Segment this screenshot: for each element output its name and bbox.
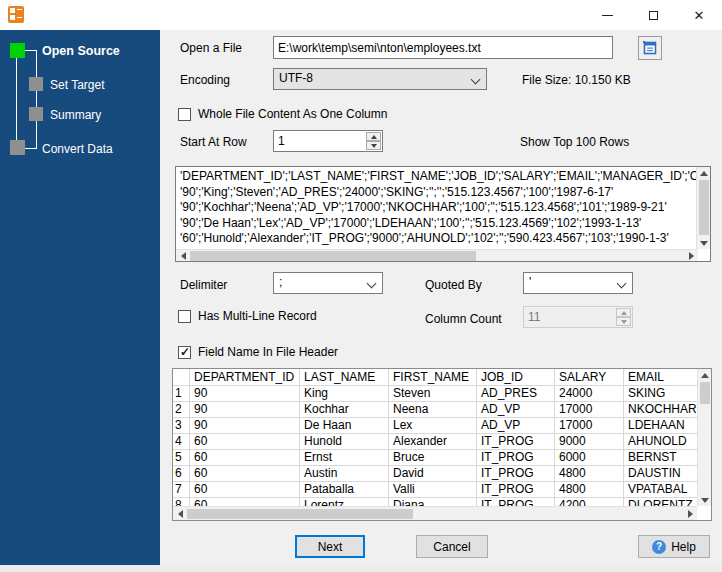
table-row[interactable]: 660AustinDavidIT_PROG4800DAUSTIN <box>173 466 697 482</box>
scroll-right-button[interactable] <box>684 250 698 262</box>
browse-button[interactable] <box>638 36 662 60</box>
row-number: 7 <box>173 482 190 498</box>
column-count-label: Column Count <box>425 312 502 326</box>
table-cell: NKOCHHAR <box>624 402 697 418</box>
scroll-up-button[interactable] <box>698 369 712 381</box>
column-header[interactable]: SALARY <box>555 369 624 386</box>
minimize-icon <box>602 15 613 16</box>
file-preview-box[interactable]: 'DEPARTMENT_ID';'LAST_NAME';'FIRST_NAME'… <box>175 166 711 262</box>
table-cell: De Haan <box>300 418 389 434</box>
close-button[interactable]: ✕ <box>676 0 722 30</box>
encoding-select[interactable]: UTF-8 <box>273 68 487 90</box>
maximize-button[interactable] <box>630 0 676 30</box>
connector-line <box>25 50 37 51</box>
preview-horizontal-scrollbar[interactable] <box>176 249 698 261</box>
scroll-up-button[interactable] <box>697 167 711 179</box>
column-header[interactable]: FIRST_NAME <box>389 369 477 386</box>
field-name-header-checkbox[interactable]: Field Name In File Header <box>178 345 338 359</box>
open-file-input[interactable] <box>273 36 613 59</box>
multi-line-label: Has Multi-Line Record <box>198 309 317 323</box>
table-row[interactable]: 460HunoldAlexanderIT_PROG9000AHUNOLD <box>173 434 697 450</box>
start-at-row-input[interactable] <box>274 131 366 151</box>
preview-line: '90';'Kochhar';'Neena';'AD_VP';'17000';'… <box>180 200 696 216</box>
file-preview-text[interactable]: 'DEPARTMENT_ID';'LAST_NAME';'FIRST_NAME'… <box>176 167 696 249</box>
table-vertical-scrollbar[interactable] <box>697 369 711 506</box>
table-cell: Alexander <box>389 434 477 450</box>
table-row[interactable]: 290KochharNeenaAD_VP17000NKOCHHAR <box>173 402 697 418</box>
table-cell: IT_PROG <box>477 482 555 498</box>
encoding-value: UTF-8 <box>279 71 313 85</box>
spinner-down-button[interactable] <box>366 141 381 150</box>
help-button[interactable]: ? Help <box>638 535 710 558</box>
spinner-up-button[interactable] <box>366 132 381 141</box>
cancel-button[interactable]: Cancel <box>416 535 488 558</box>
table-cell: SKING <box>624 386 697 402</box>
checkbox-icon[interactable] <box>178 108 191 121</box>
minimize-button[interactable] <box>584 0 630 30</box>
main-panel: Open a File Encoding UTF-8 File Size: 10… <box>160 30 722 565</box>
table-row[interactable]: 190KingStevenAD_PRES24000SKING <box>173 386 697 402</box>
checkbox-icon[interactable] <box>178 346 191 359</box>
table-cell: 90 <box>190 386 300 402</box>
next-button[interactable]: Next <box>295 535 365 558</box>
table-cell: 60 <box>190 434 300 450</box>
sidebar-step-set-target: Set Target <box>50 78 104 92</box>
scroll-left-button[interactable] <box>176 250 190 262</box>
maximize-icon <box>649 11 658 20</box>
table-cell: VPATABAL <box>624 482 697 498</box>
table-row[interactable]: 860LorentzDianaIT_PROG4200DLORENTZ <box>173 498 697 506</box>
multi-line-checkbox[interactable]: Has Multi-Line Record <box>178 309 317 323</box>
preview-line: '60';'Hunold';'Alexander';'IT_PROG';'900… <box>180 231 696 247</box>
table-cell: 60 <box>190 450 300 466</box>
table-row[interactable]: 760PataballaValliIT_PROG4800VPATABAL <box>173 482 697 498</box>
scrollbar-thumb[interactable] <box>187 509 413 519</box>
table-horizontal-scrollbar[interactable] <box>173 506 697 520</box>
delimiter-select[interactable]: ; <box>273 272 383 294</box>
scroll-right-button[interactable] <box>683 508 697 520</box>
scroll-left-button[interactable] <box>173 508 187 520</box>
title-bar[interactable]: ✕ <box>0 0 722 30</box>
scrollbar-thumb[interactable] <box>700 382 710 404</box>
checkbox-icon[interactable] <box>178 310 191 323</box>
app-icon <box>8 6 24 23</box>
delimiter-label: Delimiter <box>180 278 227 292</box>
browse-file-icon <box>642 40 658 56</box>
table-cell: Lex <box>389 418 477 434</box>
table-row[interactable]: 390De HaanLexAD_VP17000LDEHAAN <box>173 418 697 434</box>
step-marker-set-target <box>29 77 43 91</box>
preview-vertical-scrollbar[interactable] <box>696 167 710 249</box>
column-count-input <box>524 307 616 327</box>
column-header[interactable]: DEPARTMENT_ID <box>190 369 300 386</box>
column-header[interactable]: JOB_ID <box>477 369 555 386</box>
table-cell: 60 <box>190 498 300 506</box>
table-cell: 4800 <box>555 466 624 482</box>
table-cell: 17000 <box>555 418 624 434</box>
scroll-down-button[interactable] <box>698 494 712 506</box>
table-cell: Pataballa <box>300 482 389 498</box>
connector-line <box>36 51 37 149</box>
table-cell: 6000 <box>555 450 624 466</box>
scrollbar-thumb[interactable] <box>699 180 709 235</box>
quoted-by-select[interactable]: ' <box>523 272 633 294</box>
spinner-up-button <box>616 308 631 317</box>
wizard-window: ✕ Open Source Set Target Summary Convert… <box>0 0 722 572</box>
scrollbar-thumb[interactable] <box>190 251 476 261</box>
whole-file-label: Whole File Content As One Column <box>198 107 387 121</box>
table-row[interactable]: 560ErnstBruceIT_PROG6000BERNST <box>173 450 697 466</box>
next-button-label: Next <box>318 540 343 554</box>
arrow-right-icon <box>689 252 694 260</box>
column-header[interactable]: LAST_NAME <box>300 369 389 386</box>
scroll-down-button[interactable] <box>697 237 711 249</box>
row-number: 4 <box>173 434 190 450</box>
connector-line <box>25 148 37 149</box>
field-name-header-label: Field Name In File Header <box>198 345 338 359</box>
row-number: 8 <box>173 498 190 506</box>
wizard-sidebar: Open Source Set Target Summary Convert D… <box>0 30 160 565</box>
whole-file-checkbox[interactable]: Whole File Content As One Column <box>178 107 387 121</box>
table-cell: Lorentz <box>300 498 389 506</box>
table-cell: King <box>300 386 389 402</box>
table-cell: Hunold <box>300 434 389 450</box>
arrow-down-icon <box>371 144 377 148</box>
column-header[interactable]: EMAIL <box>624 369 697 386</box>
table-cell: IT_PROG <box>477 498 555 506</box>
